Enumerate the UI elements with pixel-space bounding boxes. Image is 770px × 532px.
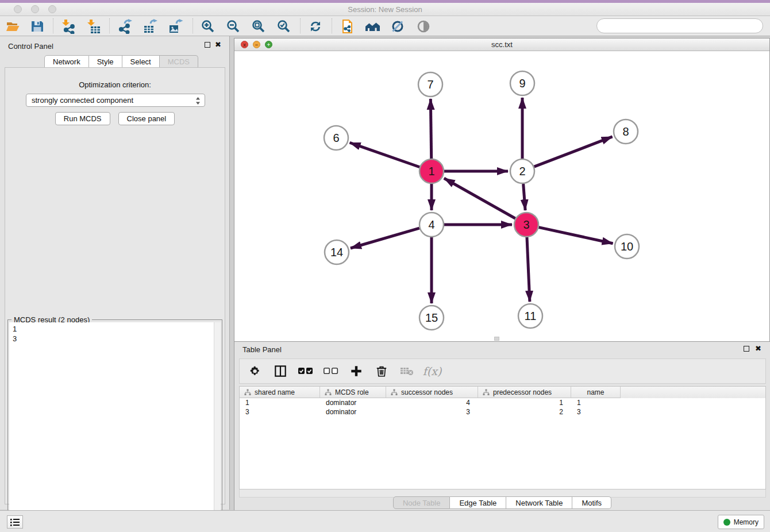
save-session-icon[interactable] [29, 18, 46, 34]
edge-3-10[interactable] [538, 228, 613, 244]
graph-node-label: 14 [330, 246, 343, 259]
graph-node-label: 10 [621, 240, 633, 253]
run-mcds-button[interactable]: Run MCDS [55, 112, 110, 125]
tab-mcds[interactable]: MCDS [160, 55, 198, 68]
graph-node-label: 3 [523, 218, 529, 231]
mcds-result-group: MCDS result (2 nodes) 13 [7, 319, 222, 532]
memory-status-icon [723, 519, 730, 526]
panel-list-icon[interactable] [7, 515, 23, 529]
table-body: 1dominator4113dominator323 [240, 398, 765, 417]
open-session-icon[interactable] [5, 18, 22, 34]
table-panel-title: Table Panel [242, 345, 282, 354]
result-scrollbar[interactable] [214, 322, 221, 531]
close-panel-button[interactable]: Close panel [118, 112, 175, 125]
add-column-icon[interactable] [349, 364, 364, 379]
edge-3-11[interactable] [527, 237, 530, 302]
status-bar: Memory [0, 510, 770, 532]
toolbar-separator [192, 18, 193, 33]
control-panel-title: Control Panel [8, 42, 53, 51]
graph-node-label: 2 [519, 165, 525, 178]
zoom-selected-icon[interactable] [275, 18, 292, 34]
close-panel-icon[interactable]: ✖ [215, 42, 221, 48]
network-view-title: scc.txt [234, 40, 769, 49]
chevron-updown-icon [195, 97, 201, 105]
graph-node-label: 4 [428, 218, 434, 231]
select-all-checkboxes-icon[interactable] [298, 364, 313, 379]
cell-successor-nodes: 4 [386, 398, 478, 407]
view-resize-grip[interactable] [494, 337, 499, 341]
mcds-result-textarea[interactable]: 13 [9, 322, 214, 531]
control-panel-tabs: NetworkStyleSelectMCDS [44, 55, 198, 68]
criterion-value: strongly connected component [32, 96, 133, 105]
new-network-from-selection-icon[interactable] [339, 18, 356, 34]
delete-column-icon[interactable] [374, 364, 389, 379]
float-table-panel-icon[interactable] [744, 346, 749, 352]
import-network-icon[interactable] [59, 18, 76, 34]
tab-edge-table[interactable]: Edge Table [450, 496, 506, 509]
result-line: 1 [13, 324, 214, 334]
column-header-name[interactable]: name [571, 387, 621, 398]
tab-network-table[interactable]: Network Table [506, 496, 572, 509]
search-input[interactable] [596, 18, 763, 33]
table-toolbar: f(x) [239, 358, 766, 384]
cell-MCDS-role: dominator [320, 407, 386, 417]
edge-2-3[interactable] [523, 184, 525, 210]
node-table: shared nameMCDS rolesuccessor nodesprede… [239, 386, 766, 489]
column-type-icon [244, 389, 251, 396]
zoom-out-icon[interactable] [225, 18, 242, 34]
delete-table-disabled-icon [399, 364, 414, 379]
table-settings-gear-icon[interactable] [248, 364, 263, 379]
criterion-select[interactable]: strongly connected component [26, 94, 205, 107]
cell-predecessor-nodes: 1 [478, 398, 571, 407]
deselect-checkboxes-icon[interactable] [324, 364, 338, 379]
column-header-shared-name[interactable]: shared name [240, 387, 320, 398]
edge-2-8[interactable] [534, 137, 613, 167]
export-image-icon[interactable] [167, 18, 184, 34]
export-network-icon[interactable] [117, 18, 134, 34]
zoom-in-icon[interactable] [199, 18, 217, 34]
result-line: 3 [13, 334, 214, 344]
import-table-icon[interactable] [84, 18, 102, 34]
cell-name: 3 [571, 407, 621, 417]
column-header-predecessor-nodes[interactable]: predecessor nodes [478, 387, 571, 398]
window-title: Session: New Session [0, 5, 770, 14]
toolbar-separator [109, 18, 110, 33]
edge-1-7[interactable] [430, 99, 431, 159]
column-type-icon [391, 389, 398, 396]
graph-node-label: 8 [622, 125, 629, 138]
toolbar-separator [332, 18, 332, 33]
column-layout-icon[interactable] [273, 364, 288, 379]
cell-shared-name: 1 [240, 398, 320, 407]
column-type-icon [483, 389, 490, 396]
hide-panels-icon[interactable] [390, 18, 407, 34]
network-graph-canvas[interactable]: 1234678910111415 [234, 51, 769, 341]
tab-motifs[interactable]: Motifs [572, 496, 611, 509]
zoom-fit-icon[interactable] [250, 18, 267, 34]
table-row[interactable]: 3dominator323 [240, 407, 765, 417]
export-table-icon[interactable] [142, 18, 159, 34]
tab-select[interactable]: Select [122, 55, 160, 68]
graph-node-label: 1 [428, 165, 434, 178]
refresh-icon[interactable] [307, 18, 324, 34]
memory-button[interactable]: Memory [718, 515, 764, 529]
column-header-successor-nodes[interactable]: successor nodes [386, 387, 478, 398]
cell-name: 1 [571, 398, 621, 407]
tab-network[interactable]: Network [44, 55, 89, 68]
close-table-panel-icon[interactable]: ✖ [755, 346, 761, 352]
app-titlebar: Session: New Session [0, 3, 770, 16]
main-toolbar [0, 16, 770, 36]
graph-node-label: 6 [333, 132, 339, 144]
network-view-window: x − + scc.txt 1234678910111415 [234, 38, 770, 342]
tab-node-table[interactable]: Node Table [393, 496, 451, 509]
column-header-MCDS-role[interactable]: MCDS role [320, 387, 386, 398]
float-panel-icon[interactable] [205, 42, 210, 48]
show-all-panels-icon[interactable] [364, 18, 382, 34]
network-window-titlebar: x − + scc.txt [234, 38, 769, 51]
toggle-view-icon[interactable] [415, 18, 432, 34]
edge-1-6[interactable] [350, 142, 420, 167]
edge-3-1[interactable] [444, 178, 515, 218]
table-row[interactable]: 1dominator411 [240, 398, 765, 407]
table-panel: Table Panel ✖ f(x) shared nameMCDS roles… [234, 342, 770, 510]
tab-style[interactable]: Style [89, 55, 122, 68]
edge-4-14[interactable] [351, 228, 419, 248]
